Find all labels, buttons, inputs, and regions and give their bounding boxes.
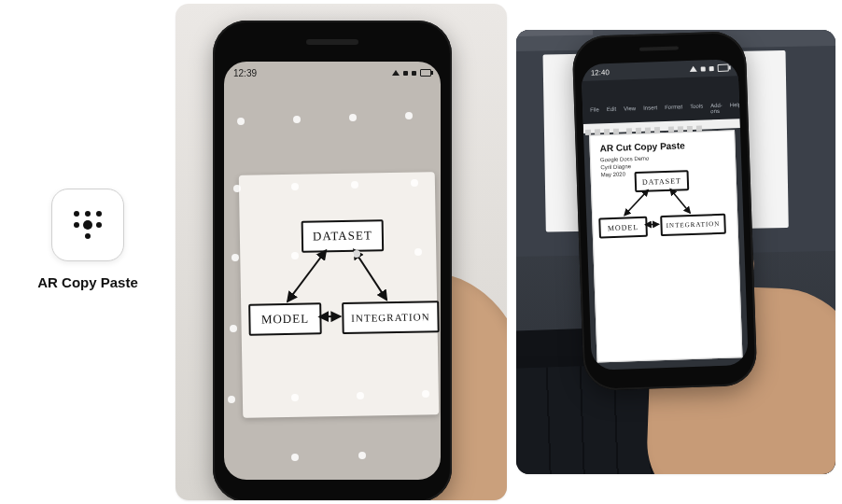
- menu-edit[interactable]: Edit: [607, 106, 617, 118]
- google-docs-chrome: File Edit View Insert Format Tools Add-o…: [582, 76, 740, 124]
- menu-file[interactable]: File: [590, 106, 599, 118]
- notification-icon: [392, 70, 400, 76]
- wifi-icon: [403, 71, 408, 76]
- svg-line-10: [624, 190, 649, 216]
- menu-view[interactable]: View: [624, 105, 636, 117]
- svg-point-4: [83, 220, 92, 230]
- phone-speaker: [639, 46, 679, 50]
- notification-icon: [690, 66, 697, 72]
- demo-photo-paste: 12:40 File Edit View Insert Format: [516, 30, 835, 474]
- svg-point-1: [85, 211, 91, 217]
- diagram-arrows: [239, 172, 440, 418]
- app-badge-column: AR Copy Paste: [13, 189, 162, 290]
- ar-copy-paste-dots-icon: [65, 203, 110, 247]
- phone-screen-left[interactable]: 12:39 DATASET MODEL INTEGRATION: [224, 62, 441, 480]
- svg-line-8: [354, 249, 386, 301]
- pasted-diagram: DATASET MODEL INTEGRATION: [591, 165, 725, 282]
- status-bar: 12:39: [224, 62, 441, 84]
- svg-point-0: [74, 211, 79, 217]
- browser-tab: [516, 30, 593, 37]
- signal-icon: [709, 66, 714, 71]
- wifi-icon: [701, 66, 706, 71]
- svg-point-6: [85, 233, 91, 239]
- status-icons: [690, 64, 729, 73]
- menu-tools[interactable]: Tools: [690, 104, 703, 115]
- status-time: 12:40: [591, 67, 610, 77]
- ar-copy-paste-app-icon: [51, 189, 124, 261]
- phone-speaker: [306, 39, 358, 45]
- captured-paper: DATASET MODEL INTEGRATION: [239, 172, 440, 418]
- signal-icon: [412, 71, 416, 76]
- docs-page[interactable]: AR Cut Copy Paste Google Docs Demo Cyril…: [589, 130, 742, 362]
- hand-drawn-diagram: DATASET MODEL INTEGRATION: [239, 172, 440, 418]
- status-icons: [392, 69, 431, 77]
- docs-menu-bar[interactable]: File Edit View Insert Format Tools Add-o…: [590, 102, 741, 119]
- svg-point-5: [96, 222, 102, 228]
- status-time: 12:39: [233, 68, 257, 78]
- app-title: AR Copy Paste: [37, 274, 138, 290]
- menu-help[interactable]: Help: [730, 102, 742, 113]
- svg-line-7: [287, 250, 327, 301]
- svg-point-2: [96, 211, 102, 217]
- battery-icon: [718, 64, 729, 72]
- menu-insert[interactable]: Insert: [643, 105, 657, 117]
- svg-line-11: [670, 189, 690, 214]
- battery-icon: [420, 69, 431, 77]
- phone-device-right: 12:40 File Edit View Insert Format: [571, 31, 757, 391]
- menu-format[interactable]: Format: [665, 104, 682, 116]
- demo-photo-capture: 12:39 DATASET MODEL INTEGRATION: [175, 4, 507, 500]
- phone-screen-right[interactable]: 12:40 File Edit View Insert Format: [581, 59, 748, 371]
- phone-device-left: 12:39 DATASET MODEL INTEGRATION: [213, 21, 452, 500]
- menu-addons[interactable]: Add-ons: [710, 103, 723, 114]
- svg-point-3: [74, 222, 79, 228]
- page-root: AR Copy Paste 12:39: [0, 0, 842, 504]
- diagram-arrows: [591, 165, 725, 282]
- doc-title: AR Cut Copy Paste: [599, 139, 724, 154]
